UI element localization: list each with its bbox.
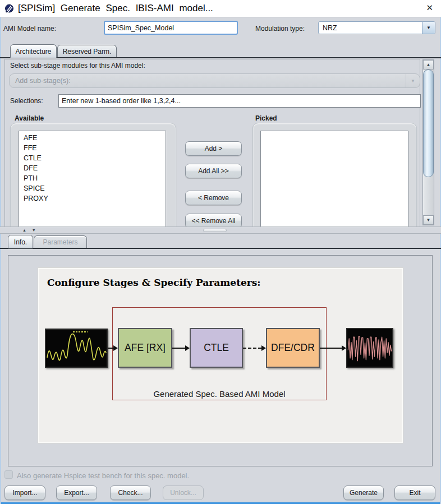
remove-all-button[interactable]: << Remove All: [185, 214, 242, 226]
selections-input[interactable]: Enter new 1-based order like 1,3,2,4...: [58, 94, 421, 108]
chevron-down-icon: ▼: [406, 74, 420, 87]
diagram-caption: Generated Spec. Based AMI Model: [112, 389, 327, 399]
list-item[interactable]: SPICE: [19, 183, 166, 193]
add-substage-text: Add sub-stage(s):: [10, 74, 406, 87]
list-item[interactable]: AFE: [19, 133, 166, 143]
exit-button[interactable]: Exit: [394, 485, 435, 500]
input-waveform-image: [45, 329, 108, 368]
add-button[interactable]: Add >: [185, 141, 242, 156]
modulation-type-label: Modulation type:: [255, 25, 305, 33]
select-substage-label: Select sub-stage modules for this AMI mo…: [10, 62, 145, 70]
stage-ctle-box: CTLE: [190, 328, 243, 368]
hspice-checkbox: [4, 470, 13, 479]
list-item[interactable]: DFE: [19, 163, 166, 173]
list-item[interactable]: CTLE: [19, 153, 166, 163]
model-name-label: AMI Model name:: [3, 25, 56, 33]
picked-list[interactable]: [260, 131, 408, 226]
arrow-ctle-to-dfe: [243, 345, 266, 351]
export-button[interactable]: Export...: [56, 485, 97, 500]
tab-underline: [0, 57, 441, 58]
tab-info[interactable]: Info.: [8, 235, 33, 248]
arrow-dfe-to-output: [320, 345, 346, 351]
modulation-type-select[interactable]: NRZ ▼: [318, 21, 435, 34]
add-substage-select: Add sub-stage(s): ▼: [9, 73, 420, 88]
check-button[interactable]: Check...: [110, 485, 151, 500]
arrow-afe-to-ctle: [172, 345, 190, 351]
tab-reserved-parm[interactable]: Reserved Parm.: [57, 45, 117, 57]
divider-grip[interactable]: [203, 229, 227, 232]
arrow-input-to-afe: [108, 345, 118, 351]
hspice-checkbox-label: Also generate Hspice test bench for this…: [17, 471, 189, 480]
list-item[interactable]: PROXY: [19, 193, 166, 204]
available-list[interactable]: AFE FFE CTLE DFE PTH SPICE PROXY: [19, 131, 166, 226]
scroll-down-icon[interactable]: ▼: [423, 215, 434, 225]
add-all-button[interactable]: Add All >>: [185, 164, 242, 178]
split-divider[interactable]: ▲ ▼: [0, 226, 441, 234]
scroll-up-icon[interactable]: ▲: [423, 60, 434, 70]
unlock-button: Unlock...: [163, 485, 204, 500]
selections-value: Enter new 1-based order like 1,3,2,4...: [62, 97, 181, 105]
app-window: [SPISim] Generate Spec. IBIS-AMI model..…: [0, 0, 441, 504]
picked-label: Picked: [255, 114, 277, 122]
vertical-scrollbar[interactable]: ▲ ▼: [422, 59, 434, 225]
model-name-value: SPISim_Spec_Model: [108, 24, 174, 32]
available-label: Available: [15, 114, 44, 122]
diagram-heading: Configure Stages & Specify Parameters:: [47, 277, 261, 288]
window-title: [SPISim] Generate Spec. IBIS-AMI model..…: [18, 3, 213, 14]
list-item[interactable]: PTH: [19, 173, 166, 183]
close-icon[interactable]: ✕: [426, 3, 433, 13]
output-waveform-image: [346, 328, 393, 368]
architecture-pane: Select sub-stage modules for this AMI mo…: [0, 58, 441, 226]
chevron-down-icon[interactable]: ▼: [422, 22, 435, 34]
modulation-type-value: NRZ: [319, 22, 422, 34]
selections-label: Selections:: [10, 97, 43, 105]
stage-dfe-cdr-box: DFE/CDR: [266, 328, 320, 368]
remove-button[interactable]: < Remove: [185, 191, 242, 205]
scrollbar-thumb[interactable]: [423, 70, 434, 177]
app-logo-icon: [4, 4, 14, 13]
import-button[interactable]: Import...: [4, 485, 45, 500]
title-bar: [SPISim] Generate Spec. IBIS-AMI model..…: [0, 0, 441, 17]
list-item[interactable]: FFE: [19, 143, 166, 153]
tab-underline: [0, 248, 441, 249]
generate-button[interactable]: Generate: [343, 485, 384, 500]
divider-collapse-icons[interactable]: ▲ ▼: [22, 228, 38, 232]
model-name-input[interactable]: SPISim_Spec_Model: [104, 21, 238, 35]
tab-parameters: Parameters: [34, 235, 87, 248]
tab-architecture[interactable]: Architecture: [10, 44, 57, 58]
stage-afe-box: AFE [RX]: [118, 328, 172, 368]
